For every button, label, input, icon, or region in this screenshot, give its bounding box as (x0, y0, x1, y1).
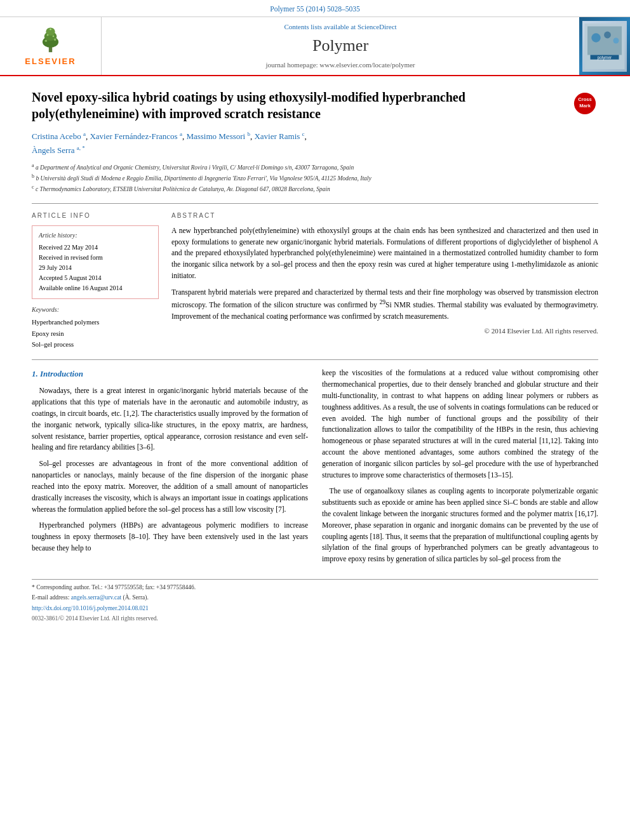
affiliation-a: a a Department of Analytical and Organic… (32, 162, 598, 172)
volume-info-text: Polymer 55 (2014) 5028–5035 (270, 5, 360, 13)
article-title-section: Novel epoxy-silica hybrid coatings by us… (32, 89, 598, 122)
section-1-heading: 1. Introduction (32, 368, 308, 380)
online-date: Available online 16 August 2014 (39, 283, 152, 293)
svg-point-6 (47, 34, 49, 36)
svg-point-14 (604, 31, 611, 38)
article-content: Novel epoxy-silica hybrid coatings by us… (0, 76, 630, 636)
author-xavier-r: Xavier Ramis (254, 132, 300, 142)
abstract-label: ABSTRACT (171, 211, 598, 220)
svg-point-13 (591, 33, 600, 42)
cover-art-icon: polymer (582, 23, 627, 69)
svg-point-8 (50, 29, 51, 30)
elsevier-tree-icon (33, 25, 68, 53)
svg-point-5 (54, 39, 57, 41)
author-xavier-f: Xavier Fernández-Francos (90, 132, 177, 142)
body-right-column: keep the viscosities of the formulations… (322, 368, 598, 570)
article-history-box: Article history: Received 22 May 2014 Re… (32, 225, 159, 299)
sciencedirect-label: Contents lists available at ScienceDirec… (284, 22, 396, 32)
sciencedirect-link-text[interactable]: ScienceDirect (358, 23, 397, 30)
email-link[interactable]: angels.serra@urv.cat (71, 594, 121, 601)
elsevier-logo: ELSEVIER (0, 17, 102, 75)
author-cristina: Cristina Acebo (32, 132, 81, 142)
email-note: E-mail address: angels.serra@urv.cat (À.… (32, 594, 598, 602)
svg-text:polymer: polymer (598, 55, 612, 60)
keyword-2: Epoxy resin (32, 328, 159, 340)
affiliations-section: a a Department of Analytical and Organic… (32, 162, 598, 194)
copyright-line: © 2014 Elsevier Ltd. All rights reserved… (171, 326, 598, 336)
body-divider (32, 359, 598, 360)
svg-text:Cross: Cross (578, 97, 592, 102)
article-info-column: ARTICLE INFO Article history: Received 2… (32, 211, 159, 351)
intro-para-3: Hyperbranched polymers (HBPs) are advant… (32, 520, 308, 554)
section-divider (32, 203, 598, 204)
corresponding-author-note: * Corresponding author. Tel.: +34 977559… (32, 583, 598, 592)
affiliation-b: b b Università degli Studi di Modena e R… (32, 173, 598, 183)
keyword-3: Sol–gel process (32, 339, 159, 350)
abstract-text-2: Transparent hybrid materials were prepar… (171, 287, 598, 323)
journal-title: Polymer (312, 34, 368, 57)
crossmark-badge[interactable]: Cross Mark (573, 89, 598, 116)
crossmark-icon: Cross Mark (573, 91, 597, 116)
authors-line: Cristina Acebo a, Xavier Fernández-Franc… (32, 130, 598, 157)
accepted-date: Accepted 5 August 2014 (39, 273, 152, 283)
intro-para-1: Nowadays, there is a great interest in o… (32, 385, 308, 453)
received-date: Received 22 May 2014 (39, 243, 152, 253)
keyword-1: Hyperbranched polymers (32, 317, 159, 328)
journal-homepage: journal homepage: www.elsevier.com/locat… (265, 60, 415, 70)
journal-header: ELSEVIER Contents lists available at Sci… (0, 17, 630, 76)
intro-para-2: Sol–gel processes are advantageous in fr… (32, 458, 308, 515)
svg-point-7 (53, 36, 55, 37)
body-section: 1. Introduction Nowadays, there is a gre… (32, 368, 598, 570)
article-title: Novel epoxy-silica hybrid coatings by us… (32, 89, 566, 122)
abstract-text-1: A new hyperbranched poly(ethyleneimine) … (171, 225, 598, 282)
journal-center: Contents lists available at ScienceDirec… (102, 17, 579, 75)
body-two-columns: 1. Introduction Nowadays, there is a gre… (32, 368, 598, 570)
footer-section: * Corresponding author. Tel.: +34 977559… (32, 579, 598, 623)
svg-point-15 (613, 37, 619, 43)
article-info-abstract: ARTICLE INFO Article history: Received 2… (32, 211, 598, 351)
affiliation-c: c c Thermodynamics Laboratory, ETSEIB Un… (32, 183, 598, 194)
doi-line: http://dx.doi.org/10.1016/j.polymer.2014… (32, 604, 598, 613)
abstract-column: ABSTRACT A new hyperbranched poly(ethyle… (171, 211, 598, 351)
intro-para-4: keep the viscosities of the formulations… (322, 368, 598, 481)
elsevier-brand-text: ELSEVIER (25, 56, 76, 67)
doi-link[interactable]: http://dx.doi.org/10.1016/j.polymer.2014… (32, 605, 149, 611)
keywords-box: Keywords: Hyperbranched polymers Epoxy r… (32, 305, 159, 351)
author-angels: Àngels Serra (32, 146, 75, 156)
revised-date: 29 July 2014 (39, 263, 152, 273)
footer-copyright: 0032-3861/© 2014 Elsevier Ltd. All right… (32, 615, 598, 623)
article-info-label: ARTICLE INFO (32, 211, 159, 220)
svg-text:Mark: Mark (579, 103, 591, 109)
journal-cover-image: polymer (579, 17, 630, 75)
body-left-column: 1. Introduction Nowadays, there is a gre… (32, 368, 308, 570)
revised-label: Received in revised form (39, 253, 152, 263)
author-massimo: Massimo Messori (186, 132, 245, 142)
volume-info: Polymer 55 (2014) 5028–5035 (0, 0, 630, 17)
intro-para-5: The use of organoalkoxy silanes as coupl… (322, 486, 598, 565)
svg-point-4 (45, 39, 48, 42)
article-history-title: Article history: (39, 231, 152, 240)
keywords-title: Keywords: (32, 305, 159, 314)
